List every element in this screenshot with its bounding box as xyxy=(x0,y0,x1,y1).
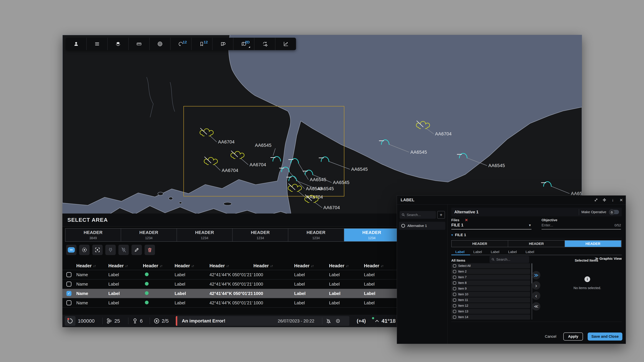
table-row[interactable]: Name Label Label 42°41'44"K 050°01'21"D … xyxy=(62,298,403,308)
list-item[interactable]: Item 14 xyxy=(451,315,530,320)
table-row[interactable]: Name Label Label 42°41'44"K 050°01'21"D … xyxy=(62,289,403,298)
expand-button[interactable] xyxy=(594,198,598,202)
item-checkbox[interactable] xyxy=(453,304,456,307)
list-item[interactable]: Item 9 xyxy=(451,286,530,291)
list-item[interactable]: Item 12 xyxy=(451,303,530,308)
sync-settings-button[interactable] xyxy=(254,38,276,50)
sub-tab[interactable]: Label xyxy=(451,249,468,255)
column-header[interactable]: Header ↓↑ xyxy=(174,263,209,269)
column-header[interactable]: Header ↓↑ xyxy=(108,263,142,269)
list-item[interactable]: Select All xyxy=(451,263,530,268)
objective-input[interactable]: Enter... 0/52 xyxy=(542,222,621,229)
make-operative-toggle[interactable] xyxy=(609,210,619,214)
chevron-up-icon[interactable] xyxy=(375,319,379,324)
item-checkbox[interactable] xyxy=(453,299,456,302)
scope-icon[interactable] xyxy=(336,319,340,324)
graphic-view-link[interactable]: ≫ Graphic View xyxy=(595,257,622,261)
sub-tab[interactable]: Label xyxy=(522,249,538,255)
plug-off-button[interactable] xyxy=(118,245,129,255)
list-item[interactable]: Item 13 xyxy=(451,309,530,314)
move-all-right-button[interactable]: ≫ xyxy=(532,271,540,279)
header-tab[interactable]: HEADER 1234 xyxy=(177,229,232,241)
plug-button[interactable] xyxy=(105,245,116,255)
save-and-close-button[interactable]: Save and Close xyxy=(588,333,622,341)
items-search-input[interactable]: Search... xyxy=(490,256,529,263)
list-item[interactable]: Item 7 xyxy=(451,275,530,280)
header-tab[interactable]: HEADER xyxy=(452,241,508,247)
menu-button[interactable] xyxy=(87,38,108,50)
map-marker-label: AA6545 xyxy=(351,167,368,172)
column-header[interactable]: Header ↓↑ xyxy=(328,263,363,269)
row-checkbox[interactable] xyxy=(66,272,72,277)
list-item[interactable]: Item 11 xyxy=(451,298,530,303)
item-checkbox[interactable] xyxy=(453,316,456,319)
header-tab[interactable]: HEADER xyxy=(508,241,565,247)
radar-button[interactable] xyxy=(150,38,170,50)
move-all-left-button[interactable]: ≪ xyxy=(532,302,540,311)
focus-button[interactable] xyxy=(92,245,103,255)
table-row[interactable]: Name Label Label 42°41'44"K 050°01'21"D … xyxy=(62,280,403,289)
bookmark-refresh-button[interactable] xyxy=(212,38,234,50)
collapse-button[interactable] xyxy=(66,245,76,255)
file-section-header[interactable]: ▾ FILE 1 xyxy=(451,232,622,238)
column-header[interactable]: Header ↓↑ xyxy=(142,263,174,269)
overflow-count[interactable]: (+4) xyxy=(357,315,366,327)
item-checkbox[interactable] xyxy=(453,281,456,285)
list-scrollbar[interactable] xyxy=(532,263,532,320)
sub-tab[interactable]: Label xyxy=(487,249,503,255)
tab-value: 1234 xyxy=(368,236,376,240)
sidebar-item-alternative-1[interactable]: Alternative 1 xyxy=(399,222,445,230)
add-alternative-button[interactable]: + xyxy=(437,211,445,219)
bookmark-button[interactable]: 12 xyxy=(192,38,212,50)
row-checkbox[interactable] xyxy=(66,282,72,287)
item-checkbox[interactable] xyxy=(453,264,456,268)
ruler-button[interactable] xyxy=(129,38,150,50)
remove-file-button[interactable]: × xyxy=(465,218,468,222)
header-tab[interactable]: HEADER 3849 xyxy=(66,229,121,241)
cancel-button[interactable]: Cancel xyxy=(542,333,559,340)
dialog-titlebar[interactable]: LABEL ↓ × xyxy=(397,196,626,204)
row-checkbox[interactable] xyxy=(66,300,72,305)
header-tab[interactable]: HEADER 1234 xyxy=(344,229,400,241)
sub-tab[interactable]: Label xyxy=(504,249,521,255)
locate-button[interactable] xyxy=(79,245,90,255)
move-left-button[interactable]: ‹ xyxy=(532,292,540,300)
file-dropdown[interactable]: FILE 1 ▾ xyxy=(451,222,532,229)
header-tab[interactable]: HEADER xyxy=(565,241,621,247)
header-tab[interactable]: HEADER 1234 xyxy=(232,229,288,241)
route-arc-button[interactable]: 12 xyxy=(170,38,192,50)
loading-tile[interactable] xyxy=(65,316,76,326)
move-right-button[interactable]: › xyxy=(532,281,540,290)
item-checkbox[interactable] xyxy=(453,293,456,296)
alternative-search-input[interactable]: Search... xyxy=(400,211,436,219)
bell-off-icon[interactable] xyxy=(326,319,331,324)
column-header[interactable]: Header ↓↑ xyxy=(76,263,108,269)
user-button[interactable] xyxy=(66,38,87,50)
error-banner[interactable]: An important Error! 26/07/2023 - 20:22 xyxy=(176,316,349,326)
chart-button[interactable] xyxy=(276,38,296,50)
cell-label: Label xyxy=(174,291,209,296)
column-header[interactable]: Header ↓↑ xyxy=(209,263,252,269)
item-checkbox[interactable] xyxy=(453,287,456,290)
move-button[interactable] xyxy=(602,198,606,202)
list-item[interactable]: Item 2 xyxy=(451,269,530,274)
close-button[interactable]: × xyxy=(619,198,623,202)
header-tab[interactable]: HEADER 1234 xyxy=(121,229,177,241)
delete-button[interactable] xyxy=(144,245,155,255)
sub-tab[interactable]: Label xyxy=(469,249,486,255)
item-checkbox[interactable] xyxy=(453,276,456,279)
item-checkbox[interactable] xyxy=(453,310,456,313)
apply-button[interactable]: Apply xyxy=(563,333,583,341)
edit-button[interactable] xyxy=(132,245,142,255)
table-row[interactable]: Name Label Label 42°41'44"K 050°01'21"D … xyxy=(62,270,403,280)
layers-button[interactable] xyxy=(108,38,129,50)
map-2d-button[interactable]: 2D xyxy=(234,38,254,50)
minimize-button[interactable]: ↓ xyxy=(611,198,615,202)
list-item[interactable]: Item 10 xyxy=(451,292,530,297)
column-header[interactable]: Header ↓↑ xyxy=(293,263,328,269)
row-checkbox[interactable] xyxy=(66,291,72,296)
column-header[interactable]: Header ↓↑ xyxy=(252,263,293,269)
header-tab[interactable]: HEADER 1234 xyxy=(288,229,344,241)
item-checkbox[interactable] xyxy=(453,270,456,273)
list-item[interactable]: Item 8 xyxy=(451,280,530,285)
